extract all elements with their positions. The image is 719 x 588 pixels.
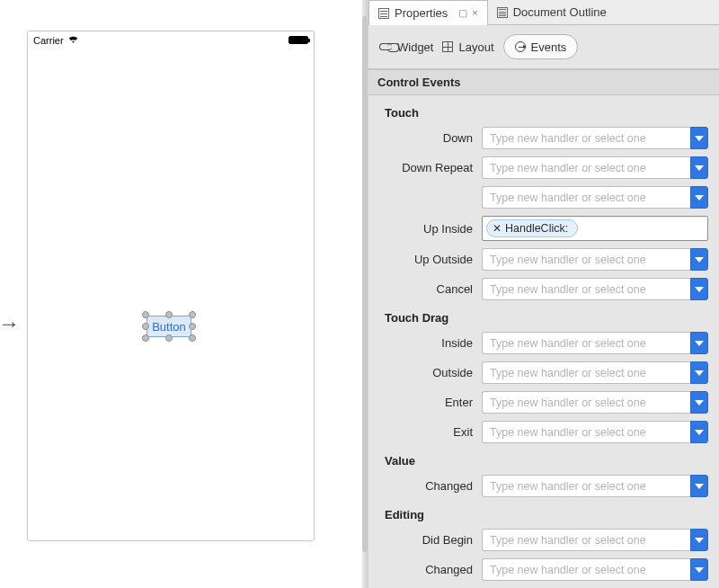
properties-sub-tabs: Widget Layout Events: [368, 25, 719, 69]
dropdown-icon[interactable]: [690, 156, 708, 179]
resize-handle-w[interactable]: [142, 323, 149, 330]
combo-editing-changed[interactable]: [482, 558, 708, 581]
combo-editing-did-begin[interactable]: [482, 529, 708, 551]
label-touch-cancel: Cancel: [379, 282, 473, 296]
input-touch-down[interactable]: [482, 127, 690, 149]
wifi-icon: [67, 35, 79, 46]
dropdown-icon[interactable]: [690, 529, 708, 551]
resize-handle-e[interactable]: [189, 323, 196, 330]
resize-handle-n[interactable]: [165, 311, 173, 318]
tab-dock-icon[interactable]: ▢: [458, 7, 467, 19]
input-value-changed[interactable]: [482, 475, 690, 497]
resize-handle-se[interactable]: [189, 334, 196, 342]
panel-divider[interactable]: [360, 0, 368, 588]
input-touch-down-repeat[interactable]: [482, 156, 690, 179]
canvas-button-label: Button: [152, 320, 186, 334]
dropdown-icon[interactable]: [690, 127, 708, 149]
label-editing-changed: Changed: [379, 563, 473, 576]
tab-document-outline-label: Document Outline: [513, 5, 607, 19]
combo-touch-up-outside[interactable]: [482, 248, 708, 271]
dropdown-icon[interactable]: [690, 421, 708, 443]
input-drag-outside[interactable]: [482, 361, 690, 384]
pill-events-label: Events: [531, 40, 567, 54]
label-drag-outside: Outside: [379, 366, 473, 379]
designer-panel: → Carrier Button: [0, 0, 360, 588]
properties-icon: [378, 8, 389, 19]
status-bar: Carrier: [28, 31, 314, 48]
dropdown-icon[interactable]: [690, 475, 708, 497]
label-touch-up-inside: Up Inside: [379, 222, 473, 236]
dropdown-icon[interactable]: [690, 186, 708, 209]
combo-drag-exit[interactable]: [482, 421, 708, 443]
dropdown-icon[interactable]: [690, 278, 708, 300]
input-touch-cancel[interactable]: [482, 278, 690, 300]
section-header-control-events: Control Events: [368, 69, 719, 95]
tab-close-icon[interactable]: ×: [472, 7, 477, 19]
resize-handle-sw[interactable]: [142, 334, 149, 342]
input-drag-enter[interactable]: [482, 391, 690, 414]
label-value-changed: Changed: [379, 479, 473, 493]
pill-widget-label: Widget: [397, 40, 433, 54]
token-remove-icon[interactable]: ✕: [493, 222, 502, 235]
input-editing-changed[interactable]: [482, 558, 690, 581]
tab-properties-label: Properties: [395, 6, 448, 20]
pill-widget[interactable]: Widget: [379, 34, 433, 59]
pill-layout[interactable]: Layout: [442, 34, 493, 59]
combo-drag-enter[interactable]: [482, 391, 708, 414]
layout-icon: [442, 41, 453, 52]
resize-handle-nw[interactable]: [142, 311, 149, 318]
combo-touch-cancel[interactable]: [482, 278, 708, 300]
combo-drag-outside[interactable]: [482, 361, 708, 384]
dropdown-icon[interactable]: [690, 391, 708, 414]
selected-widget[interactable]: Button: [146, 316, 191, 337]
tab-document-outline[interactable]: Document Outline: [488, 0, 616, 24]
device-canvas[interactable]: Carrier Button: [27, 31, 315, 541]
document-outline-icon: [497, 7, 508, 18]
combo-drag-inside[interactable]: [482, 332, 708, 354]
dropdown-icon[interactable]: [690, 361, 708, 384]
input-touch-up-inside-add[interactable]: [482, 186, 690, 209]
input-drag-inside[interactable]: [482, 332, 690, 354]
input-editing-did-begin[interactable]: [482, 529, 690, 551]
input-drag-exit[interactable]: [482, 421, 690, 443]
label-drag-exit: Exit: [379, 425, 473, 439]
resize-handle-ne[interactable]: [189, 311, 196, 318]
group-title-touch: Touch: [376, 99, 712, 123]
token-box-up-inside[interactable]: ✕ HandleClick:: [482, 216, 708, 241]
group-title-value: Value: [376, 447, 712, 471]
widget-icon: [379, 43, 392, 50]
combo-touch-down-repeat[interactable]: [482, 156, 708, 179]
resize-handle-s[interactable]: [165, 334, 173, 342]
tab-properties[interactable]: Properties ▢ ×: [368, 0, 488, 25]
combo-touch-down[interactable]: [482, 127, 708, 149]
scrollbar-track[interactable]: [362, 16, 368, 552]
segue-arrow-icon: →: [0, 311, 20, 336]
properties-panel: Properties ▢ × Document Outline Widget L…: [368, 0, 719, 588]
label-drag-enter: Enter: [379, 396, 473, 409]
dropdown-icon[interactable]: [690, 558, 708, 581]
group-title-editing: Editing: [376, 501, 712, 525]
events-icon: [515, 41, 526, 52]
status-carrier-label: Carrier: [33, 35, 64, 46]
handler-token-handleclick[interactable]: ✕ HandleClick:: [486, 219, 578, 237]
pill-events[interactable]: Events: [503, 34, 579, 59]
dropdown-icon[interactable]: [690, 248, 708, 271]
pill-layout-label: Layout: [458, 40, 493, 54]
combo-value-changed[interactable]: [482, 475, 708, 497]
dropdown-icon[interactable]: [690, 332, 708, 354]
combo-touch-up-inside-add[interactable]: [482, 186, 708, 209]
token-label: HandleClick:: [505, 222, 568, 235]
input-touch-up-outside[interactable]: [482, 248, 690, 271]
label-touch-up-outside: Up Outside: [379, 253, 473, 266]
label-drag-inside: Inside: [379, 336, 473, 350]
panel-tabs: Properties ▢ × Document Outline: [368, 0, 719, 25]
label-touch-down: Down: [379, 131, 473, 145]
group-title-touch-drag: Touch Drag: [376, 304, 712, 328]
label-touch-down-repeat: Down Repeat: [379, 161, 473, 174]
battery-icon: [288, 36, 308, 44]
label-editing-did-begin: Did Begin: [379, 533, 473, 547]
